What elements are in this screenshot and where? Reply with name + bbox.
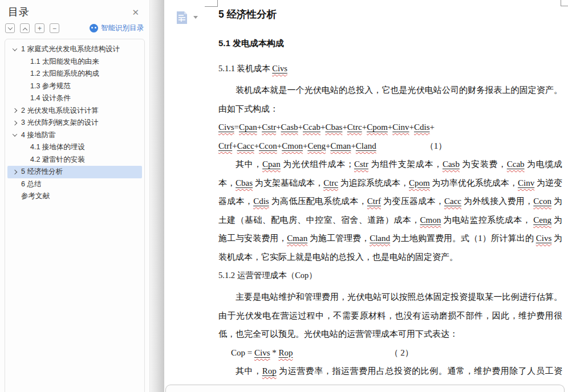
toc-panel: 目录 ✕ + − 智能识别目录 1 家庭式光伏发电系统结构设计1.1 太阳能发电…: [0, 0, 150, 392]
spellcheck-term: Cman: [331, 141, 351, 150]
document-content[interactable]: 5 经济性分析5.1 发电成本构成5.1.1 装机成本 Civs装机成本就是一个…: [218, 0, 562, 392]
spellcheck-term: Cacc: [237, 141, 254, 150]
toc-title: 目录: [8, 5, 30, 19]
toc-item-label: 6 总结: [21, 179, 41, 189]
spellcheck-term: Civs: [254, 348, 270, 357]
doc-block-formula: Civs=Cpan+Cstr+Casb+Ccab+Cbas+Ctrc+Cpom+…: [218, 118, 562, 155]
toc-item[interactable]: 参考文献: [7, 190, 142, 203]
toc-item[interactable]: 4.1 接地体的埋设: [7, 141, 142, 154]
doc-block-h3: 5.1.2 运营管理成本（Cop）: [218, 270, 562, 281]
chevron-right-icon[interactable]: [13, 109, 21, 112]
doc-block-h1: 5 经济性分析: [218, 7, 562, 22]
document-outline-icon: [176, 11, 188, 24]
spellcheck-term: Ccon: [533, 197, 551, 206]
toc-toolbar: + − 智能识别目录: [0, 20, 149, 36]
spellcheck-term: Ctrf: [218, 141, 232, 150]
toc-item-label: 参考文献: [21, 191, 50, 201]
spellcheck-term: Rop: [262, 366, 277, 375]
toc-item[interactable]: 6 总结: [7, 178, 142, 191]
chevron-right-icon[interactable]: [13, 170, 21, 174]
spellcheck-term: Cinv: [392, 122, 409, 132]
toc-item[interactable]: 5 经济性分析: [7, 166, 142, 178]
toc-item[interactable]: 1.1 太阳能发电的由来: [7, 56, 142, 68]
spellcheck-term: Cstr: [262, 122, 276, 132]
toc-item-label: 4 接地防雷: [21, 130, 55, 140]
spellcheck-term: Ctrf: [367, 197, 381, 206]
spellcheck-term: Ctrc: [347, 122, 362, 132]
spellcheck-term: Casb: [281, 122, 298, 132]
spellcheck-term: Rop: [278, 348, 293, 357]
spellcheck-term: Ccab: [507, 160, 525, 169]
doc-block-h3: 5.1.1 装机成本 Civs: [218, 63, 562, 74]
spellcheck-term: Cdis: [253, 197, 269, 206]
ai-robot-icon: [90, 24, 98, 32]
spellcheck-term: Cland: [356, 141, 376, 150]
close-icon[interactable]: ✕: [129, 7, 141, 18]
doc-block-formula: Cop = Civs * Rop（ 2）: [218, 344, 562, 362]
expand-all-button[interactable]: +: [35, 23, 44, 33]
heading-level-button[interactable]: [176, 11, 198, 24]
toc-item[interactable]: 2 光伏发电系统设计计算: [7, 105, 142, 117]
spellcheck-term: Cpan: [262, 160, 281, 169]
spellcheck-term: Cstr: [354, 160, 368, 169]
spellcheck-term: Ceng: [307, 141, 326, 150]
chevron-down-icon: [7, 25, 12, 30]
spellcheck-term: Civs: [272, 64, 287, 73]
toc-item-label: 2 光伏发电系统设计计算: [21, 106, 98, 116]
toc-item[interactable]: 1.2 太阳能系统的构成: [7, 68, 142, 80]
spellcheck-term: Cbas: [325, 122, 342, 132]
toc-item[interactable]: 4.2 避雷针的安装: [7, 154, 142, 166]
chevron-right-icon[interactable]: [13, 121, 21, 125]
spellcheck-term: Civs: [536, 234, 552, 243]
spellcheck-term: Cpan: [239, 122, 257, 132]
spellcheck-term: Ccab: [303, 122, 320, 132]
spellcheck-term: Cland: [370, 234, 390, 243]
doc-block-h2: 5.1 发电成本构成: [218, 38, 562, 49]
toc-item-label: 1.4 设计条件: [30, 93, 71, 103]
spellcheck-term: Cmon: [420, 215, 441, 224]
spellcheck-term: Ccon: [259, 141, 277, 150]
text-boundary-mark-left: [205, 0, 218, 7]
toc-item[interactable]: 4 接地防雷: [7, 129, 142, 142]
spellcheck-term: Cinv: [518, 178, 534, 187]
toc-tree: 1 家庭式光伏发电系统结构设计1.1 太阳能发电的由来1.2 太阳能系统的构成1…: [5, 39, 145, 392]
spellcheck-term: Cbas: [236, 178, 253, 187]
toc-item-label: 3 光伏阵列钢支架的设计: [21, 118, 98, 128]
spellcheck-term: Ctrc: [323, 178, 338, 187]
toc-item-label: 1.1 太阳能发电的由来: [30, 57, 99, 67]
doc-block-p: 其中，Cpan 为光伏组件成本；Cstr 为组件支架成本，Casb 为安装费，C…: [218, 155, 562, 266]
spellcheck-term: Cpom: [367, 122, 388, 132]
doc-block-p: 装机成本就是一个光伏电站的总投入，它也是光伏电站公司的财务报表上的固定资产。由如…: [218, 81, 562, 118]
spellcheck-term: Ceng: [533, 215, 551, 224]
chevron-down-icon[interactable]: [13, 133, 21, 137]
floating-bottom-bar[interactable]: [165, 385, 565, 392]
chevron-up-icon: [22, 27, 27, 32]
collapse-prev-button[interactable]: [20, 23, 30, 33]
toc-item-label: 1.3 参考规范: [30, 81, 71, 91]
smart-toc-label: 智能识别目录: [101, 23, 144, 33]
spellcheck-term: Cdis: [414, 122, 430, 132]
chevron-down-icon: [193, 16, 198, 19]
expand-next-button[interactable]: [5, 23, 15, 33]
chevron-down-icon[interactable]: [13, 48, 21, 51]
spellcheck-term: Casb: [443, 160, 460, 169]
collapse-all-button[interactable]: −: [50, 23, 59, 33]
toc-item[interactable]: 1.4 设计条件: [7, 92, 142, 105]
toc-item-label: 4.1 接地体的埋设: [30, 142, 85, 152]
toc-item[interactable]: 1 家庭式光伏发电系统结构设计: [7, 43, 142, 56]
spellcheck-term: Civs: [218, 122, 234, 132]
spellcheck-term: Cmon: [282, 141, 303, 150]
toc-item-label: 4.2 避雷针的安装: [30, 155, 85, 165]
spellcheck-term: Cman: [287, 234, 307, 243]
document-page[interactable]: 5 经济性分析5.1 发电成本构成5.1.1 装机成本 Civs装机成本就是一个…: [164, 0, 568, 392]
spellcheck-term: Cacc: [444, 197, 461, 206]
doc-block-p: 主要是电站维护和管理费用，光伏电站可以按照总体固定投资提取某一比例进行估算。由于…: [218, 288, 562, 344]
smart-toc-button[interactable]: 智能识别目录: [90, 23, 144, 33]
toc-item[interactable]: 1.3 参考规范: [7, 80, 142, 93]
page-gutter-shadow: [150, 0, 164, 392]
toc-item[interactable]: 3 光伏阵列钢支架的设计: [7, 117, 142, 129]
toc-header: 目录 ✕: [0, 0, 149, 20]
toc-item-label: 5 经济性分析: [21, 167, 63, 177]
toc-item-label: 1.2 太阳能系统的构成: [30, 69, 99, 79]
spellcheck-term: Cpom: [409, 178, 430, 187]
